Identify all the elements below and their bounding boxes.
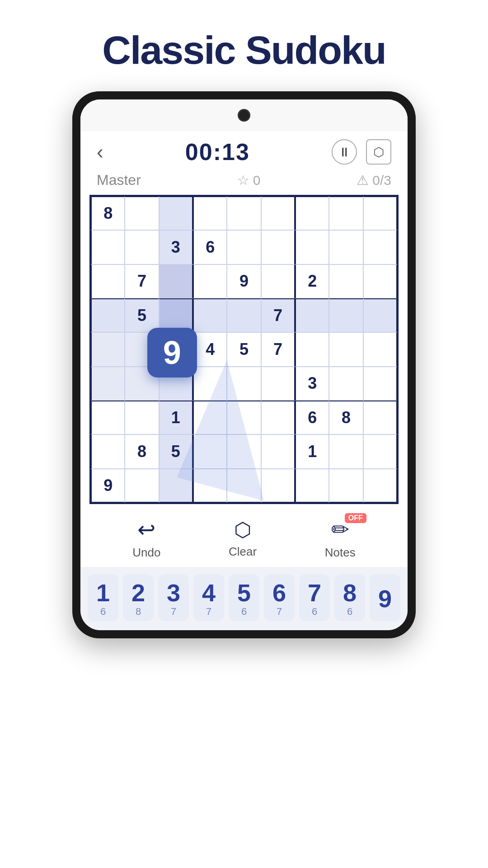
cell-28[interactable]: 5 [125, 298, 159, 332]
cell-14[interactable] [261, 230, 295, 264]
cell-63[interactable] [91, 434, 125, 468]
cell-11[interactable]: 3 [159, 230, 193, 264]
cell-71[interactable] [363, 434, 397, 468]
cell-3[interactable] [193, 196, 227, 230]
cell-42[interactable] [295, 332, 329, 366]
cell-32[interactable]: 7 [261, 298, 295, 332]
phone-camera [238, 109, 250, 122]
cell-60[interactable]: 6 [295, 401, 329, 434]
cell-72[interactable]: 9 [91, 469, 125, 503]
cell-69[interactable]: 1 [295, 434, 329, 468]
sub-header: Master ☆ 0 ⚠ 0/3 [80, 170, 408, 195]
cell-39[interactable]: 4 [193, 332, 227, 366]
cell-2[interactable] [159, 196, 193, 230]
num-button-8[interactable]: 86 [334, 574, 365, 621]
cell-64[interactable]: 8 [125, 434, 159, 468]
num-button-9[interactable]: 9 [370, 574, 400, 621]
cell-52[interactable] [329, 367, 363, 401]
phone-frame: ‹ 00:13 ⏸ ⬡ Master ☆ 0 ⚠ 0/3 83679257457… [72, 91, 416, 638]
num-value-8: 8 [343, 580, 357, 605]
num-count-4: 7 [206, 606, 211, 618]
cell-24[interactable]: 2 [295, 264, 329, 298]
cell-7[interactable] [329, 196, 363, 230]
cell-55[interactable] [125, 401, 159, 434]
num-value-7: 7 [308, 580, 321, 605]
cell-23[interactable] [261, 264, 295, 298]
cell-50[interactable] [261, 367, 295, 401]
cell-40[interactable]: 5 [227, 332, 261, 366]
cell-25[interactable] [329, 264, 363, 298]
page-title: Classic Sudoku [0, 0, 488, 91]
star-icon: ☆ [237, 172, 249, 188]
num-button-5[interactable]: 56 [229, 574, 259, 621]
cell-43[interactable] [329, 332, 363, 366]
cell-0[interactable]: 8 [91, 196, 125, 230]
cell-6[interactable] [295, 196, 329, 230]
cell-16[interactable] [329, 230, 363, 264]
num-value-4: 4 [202, 580, 216, 605]
num-button-3[interactable]: 37 [158, 574, 189, 621]
undo-button[interactable]: ↩ Undo [132, 517, 160, 560]
cell-68[interactable] [261, 434, 295, 468]
cell-19[interactable]: 7 [125, 264, 159, 298]
num-button-6[interactable]: 67 [264, 574, 295, 621]
num-button-4[interactable]: 47 [193, 574, 224, 621]
cell-73[interactable] [125, 469, 159, 503]
num-value-5: 5 [237, 580, 251, 605]
cell-59[interactable] [261, 401, 295, 434]
cell-77[interactable] [261, 469, 295, 503]
pause-button[interactable]: ⏸ [332, 139, 357, 165]
cell-36[interactable] [91, 332, 125, 366]
cell-35[interactable] [363, 298, 397, 332]
notes-button[interactable]: ✏ OFF Notes [325, 517, 356, 560]
cell-41[interactable]: 7 [261, 332, 295, 366]
cell-54[interactable] [91, 401, 125, 434]
cell-5[interactable] [261, 196, 295, 230]
game-header: ‹ 00:13 ⏸ ⬡ [80, 131, 408, 170]
warning-icon: ⚠ [357, 172, 369, 188]
cell-56[interactable]: 1 [159, 401, 193, 434]
cell-62[interactable] [363, 401, 397, 434]
cell-17[interactable] [363, 230, 397, 264]
num-button-7[interactable]: 76 [299, 574, 330, 621]
num-button-2[interactable]: 28 [123, 574, 154, 621]
cell-8[interactable] [363, 196, 397, 230]
settings-button[interactable]: ⬡ [366, 139, 391, 165]
cell-12[interactable]: 6 [193, 230, 227, 264]
back-button[interactable]: ‹ [97, 141, 103, 163]
cell-10[interactable] [125, 230, 159, 264]
cell-31[interactable] [227, 298, 261, 332]
cell-70[interactable] [329, 434, 363, 468]
stars-area: ☆ 0 [237, 172, 261, 188]
floating-number: 9 [147, 328, 197, 377]
difficulty-label: Master [97, 172, 141, 189]
num-button-1[interactable]: 16 [88, 574, 118, 621]
timer-display: 00:13 [185, 138, 250, 165]
cell-20[interactable] [159, 264, 193, 298]
cell-78[interactable] [295, 469, 329, 503]
cell-15[interactable] [295, 230, 329, 264]
cell-18[interactable] [91, 264, 125, 298]
cell-45[interactable] [91, 367, 125, 401]
phone-top-bar [80, 99, 408, 131]
cell-21[interactable] [193, 264, 227, 298]
cell-61[interactable]: 8 [329, 401, 363, 434]
cell-53[interactable] [363, 367, 397, 401]
cell-51[interactable]: 3 [295, 367, 329, 401]
cell-44[interactable] [363, 332, 397, 366]
undo-icon: ↩ [137, 517, 155, 542]
cell-33[interactable] [295, 298, 329, 332]
cell-34[interactable] [329, 298, 363, 332]
cell-22[interactable]: 9 [227, 264, 261, 298]
cell-30[interactable] [193, 298, 227, 332]
cell-79[interactable] [329, 469, 363, 503]
cell-80[interactable] [363, 469, 397, 503]
cell-27[interactable] [91, 298, 125, 332]
num-count-7: 6 [312, 606, 317, 618]
cell-1[interactable] [125, 196, 159, 230]
clear-button[interactable]: ⬡ Clear [229, 518, 257, 559]
cell-26[interactable] [363, 264, 397, 298]
cell-13[interactable] [227, 230, 261, 264]
cell-9[interactable] [91, 230, 125, 264]
cell-4[interactable] [227, 196, 261, 230]
